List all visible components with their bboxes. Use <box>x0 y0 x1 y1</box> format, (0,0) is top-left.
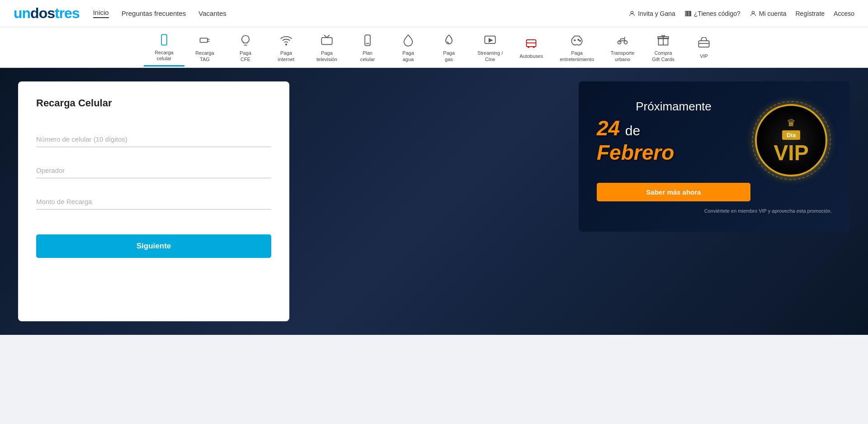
vip-circle: ♛ Día VIP <box>755 104 827 176</box>
service-recarga-tag[interactable]: RecargaTAG <box>184 29 225 66</box>
svg-rect-13 <box>321 38 332 44</box>
logo-dos: dos <box>30 5 55 21</box>
mi-cuenta-link[interactable]: Mi cuenta <box>750 10 787 17</box>
banner-date: 24 de Febrero <box>597 116 681 165</box>
banner-text: Próximamente 24 de Febrero Saber más aho… <box>597 100 750 201</box>
promo-banner: Próximamente 24 de Febrero Saber más aho… <box>579 81 850 232</box>
svg-rect-3 <box>688 11 689 16</box>
form-card: Recarga Celular Siguiente <box>18 81 289 321</box>
registrate-link[interactable]: Regístrate <box>795 10 825 17</box>
logo[interactable]: undostres <box>14 5 80 22</box>
service-paga-internet[interactable]: Pagainternet <box>266 29 307 66</box>
gas-icon <box>441 32 457 48</box>
acceso-link[interactable]: Acceso <box>834 10 854 17</box>
svg-rect-7 <box>161 34 167 45</box>
banner-proximamente: Próximamente <box>597 100 750 114</box>
vip-badge: ♛ Día VIP <box>750 100 832 181</box>
tv-icon <box>319 32 335 48</box>
nav-vacantes[interactable]: Vacantes <box>198 10 226 17</box>
svg-rect-1 <box>685 11 686 16</box>
vip-ring <box>752 101 831 180</box>
service-paga-entretenimiento[interactable]: Pagaentretenimiento <box>552 29 602 66</box>
svg-rect-29 <box>698 41 709 47</box>
service-gift-cards[interactable]: CompraGift Cards <box>643 29 684 66</box>
header-left: undostres Inicio Preguntas frecuentes Va… <box>14 5 226 22</box>
form-title: Recarga Celular <box>36 97 271 109</box>
plan-icon <box>359 32 376 48</box>
streaming-icon <box>482 32 498 48</box>
svg-marker-16 <box>489 39 492 42</box>
bus-icon <box>523 35 539 52</box>
siguiente-button[interactable]: Siguiente <box>36 234 271 258</box>
service-vip[interactable]: VIP <box>684 32 724 63</box>
nav-inicio[interactable]: Inicio <box>93 9 109 18</box>
service-plan-celular[interactable]: Plancelular <box>347 29 388 66</box>
svg-point-22 <box>578 39 579 40</box>
gift-icon <box>655 32 671 48</box>
bike-icon <box>614 32 631 48</box>
person-icon <box>628 10 636 17</box>
bulb-icon <box>237 32 254 48</box>
phone-field <box>36 132 271 147</box>
tag-icon <box>197 32 213 48</box>
svg-point-0 <box>631 11 633 13</box>
svg-point-25 <box>624 41 627 44</box>
mobile-icon <box>156 32 172 48</box>
header: undostres Inicio Preguntas frecuentes Va… <box>0 0 868 27</box>
vip-nav-icon <box>696 35 712 52</box>
svg-point-12 <box>286 44 287 45</box>
service-transporte-urbano[interactable]: Transporteurbano <box>602 29 643 66</box>
water-icon <box>400 32 416 48</box>
main-nav: Inicio Preguntas frecuentes Vacantes <box>93 9 226 18</box>
header-right: Invita y Gana ¿Tienes código? Mi cuenta … <box>628 10 854 17</box>
banner-footer: Conviértete en miembro VIP y aprovecha e… <box>597 208 832 214</box>
service-autobuses[interactable]: Autobuses <box>511 32 552 63</box>
service-streaming-cine[interactable]: Streaming /Cine <box>469 29 511 66</box>
svg-point-23 <box>580 40 580 41</box>
svg-rect-14 <box>365 35 370 46</box>
service-paga-agua[interactable]: Pagaagua <box>388 29 429 66</box>
svg-rect-5 <box>690 11 691 16</box>
main-content: Recarga Celular Siguiente Próximamente 2… <box>0 68 868 335</box>
svg-rect-4 <box>689 11 690 16</box>
logo-un: un <box>14 5 30 21</box>
operator-input[interactable] <box>36 163 271 178</box>
saber-mas-button[interactable]: Saber más ahora <box>597 183 750 201</box>
amount-field <box>36 194 271 210</box>
account-icon <box>750 10 757 17</box>
invita-link[interactable]: Invita y Gana <box>628 10 675 17</box>
banner-inner: Próximamente 24 de Febrero Saber más aho… <box>597 100 832 201</box>
svg-point-20 <box>533 46 535 48</box>
phone-input[interactable] <box>36 132 271 147</box>
service-paga-gas[interactable]: Pagagas <box>429 29 469 66</box>
codigo-link[interactable]: ¿Tienes código? <box>684 10 741 17</box>
logo-tres: tres <box>55 5 80 21</box>
service-nav: Recargacelular RecargaTAG PagaCFE Pagain… <box>0 27 868 68</box>
svg-rect-9 <box>200 38 207 43</box>
service-paga-cfe[interactable]: PagaCFE <box>225 29 266 66</box>
service-paga-television[interactable]: Pagatelevisión <box>307 29 347 66</box>
nav-preguntas[interactable]: Preguntas frecuentes <box>122 10 186 17</box>
operator-field <box>36 163 271 178</box>
service-recarga-celular[interactable]: Recargacelular <box>144 28 184 67</box>
svg-rect-2 <box>687 11 687 16</box>
svg-point-6 <box>752 11 754 13</box>
gamepad-icon <box>569 32 585 48</box>
amount-input[interactable] <box>36 194 271 210</box>
barcode-icon <box>684 10 692 17</box>
wifi-icon <box>278 32 294 48</box>
svg-point-19 <box>528 46 530 48</box>
